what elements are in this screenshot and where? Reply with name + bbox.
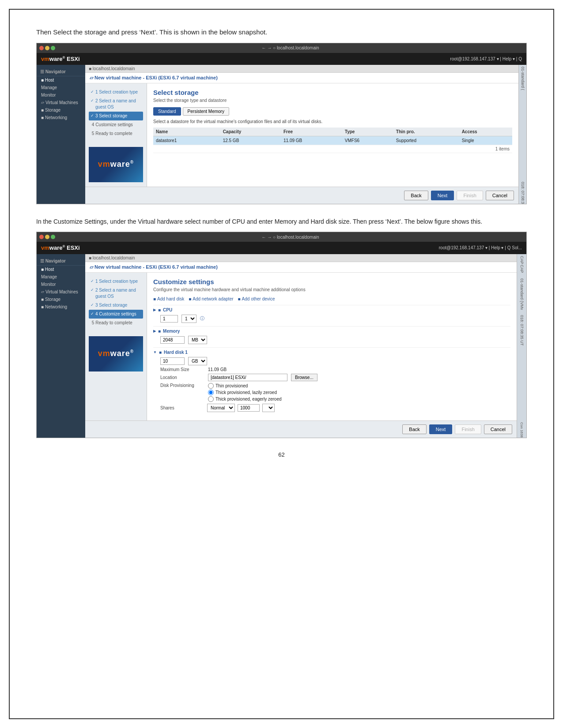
wizard-body: ✓ 1 Select creation type ✓ 2 Select a na… xyxy=(85,83,518,187)
back-button-2[interactable]: Back xyxy=(402,424,426,434)
sidebar-item-storage[interactable]: ■ Storage xyxy=(37,106,85,114)
next-button-1[interactable]: Next xyxy=(431,191,454,200)
close-btn-2[interactable] xyxy=(39,235,44,239)
cpu-select[interactable]: 1 2 4 xyxy=(181,315,196,323)
back-button-1[interactable]: Back xyxy=(404,191,428,200)
sidebar-item-networking-2[interactable]: ■ Networking xyxy=(37,303,85,311)
max-size-field: Maximum Size 11.09 GB xyxy=(153,366,510,373)
sidebar-item-host-2[interactable]: ■ Host xyxy=(37,266,85,273)
shares-select[interactable]: Normal Low High Custom xyxy=(207,404,235,412)
radio-thick-eager-input[interactable] xyxy=(208,396,214,402)
hdd-row-icon: ■ xyxy=(159,350,162,355)
browse-button[interactable]: Browse... xyxy=(291,374,317,381)
vm-icon: ▱ xyxy=(41,100,44,105)
right-sidebar-strip-1: 01-standard ( 018: 07:08:3 xyxy=(518,65,526,204)
vmware-brand-area: vmware® xyxy=(89,147,143,182)
hard-disk-row: ▼ ■ Hard disk 1 GB MB xyxy=(153,347,510,415)
cancel-button-1[interactable]: Cancel xyxy=(486,191,514,200)
vm-brand-vm-2: vm xyxy=(98,349,110,358)
shares-unit-select[interactable] xyxy=(262,404,275,412)
sidebar-item-manage-2[interactable]: Manage xyxy=(37,273,85,281)
memory-header[interactable]: ▶ ■ Memory xyxy=(153,329,510,334)
datastore-table: Name Capacity Free Type Thin pro. Access xyxy=(153,128,512,153)
screenshot-customize-settings: ← → ○ localhost.localdomain vmware® ESXi… xyxy=(36,232,527,438)
tab-persistent[interactable]: Persistent Memory xyxy=(183,107,229,116)
location-input[interactable] xyxy=(208,374,287,381)
panel-title: Select storage xyxy=(153,89,512,96)
window-controls xyxy=(39,46,55,50)
add-hard-disk-btn[interactable]: ■ Add hard disk xyxy=(153,296,184,301)
num-5: 5 xyxy=(91,131,94,137)
table-row[interactable]: datastore1 12.5 GB 11.09 GB VMFS6 Suppor… xyxy=(153,136,512,145)
vm-text-2: vm xyxy=(41,245,49,251)
add-network-adapter-btn[interactable]: ■ Add network adapter xyxy=(189,296,233,301)
step-2-label: 2 Select a name and guest OS xyxy=(95,98,141,110)
cpu-row: ▶ ■ CPU 1 2 4 ⓘ xyxy=(153,305,510,326)
memory-unit-select[interactable]: MB GB xyxy=(188,336,207,344)
num2-5: 5 xyxy=(91,320,94,326)
memory-value-input[interactable] xyxy=(160,336,185,344)
radio-thick-eager: Thick provisioned, eagerly zeroed xyxy=(208,396,282,402)
cancel-button-2[interactable]: Cancel xyxy=(484,424,512,434)
step-1-label: 1 Select creation type xyxy=(95,89,138,95)
sidebar-item-networking[interactable]: ■ Networking xyxy=(37,114,85,121)
wizard-steps: ✓ 1 Select creation type ✓ 2 Select a na… xyxy=(85,83,147,187)
maximize-btn[interactable] xyxy=(51,46,55,50)
sidebar-item-monitor[interactable]: Monitor xyxy=(37,91,85,99)
other-device-icon: ■ xyxy=(238,296,241,301)
hard-disk-header[interactable]: ▼ ■ Hard disk 1 xyxy=(153,350,510,355)
ds-access: Single xyxy=(459,136,512,145)
sidebar-item-host[interactable]: ■ Host xyxy=(37,76,85,84)
vmware-header-2: vmware® ESXi root@192.168.147.137 ▾ | He… xyxy=(37,242,526,254)
customize-toolbar: ■ Add hard disk ■ Add network adapter ■ … xyxy=(153,296,510,301)
disk-prov-label: Disk Provisioning xyxy=(160,383,204,388)
radio-thick-lazy: Thick provisioned, lazily zeroed xyxy=(208,390,282,395)
sidebar-item-storage-2[interactable]: ■ Storage xyxy=(37,296,85,303)
cpu-header[interactable]: ▶ ■ CPU xyxy=(153,308,510,312)
radio-thick-lazy-label: Thick provisioned, lazily zeroed xyxy=(215,390,277,395)
finish-button-1[interactable]: Finish xyxy=(457,191,483,200)
radio-thick-lazy-input[interactable] xyxy=(208,390,214,395)
finish-button-2[interactable]: Finish xyxy=(455,424,481,434)
esxi-sidebar: ☰ Navigator ■ Host Manage Monitor ▱ Virt… xyxy=(37,65,85,204)
vmware-logo: vmware® ESXi xyxy=(41,56,80,62)
right-sidebar-strip-2: CAP CAP 01-standard (VMv 018: 07:08:35 U… xyxy=(517,254,526,438)
datastore-note: Select a datastore for the virtual machi… xyxy=(153,119,512,124)
next-button-2[interactable]: Next xyxy=(429,424,453,434)
esxi-content-2: ■ localhost.localdomain ▱ New virtual ma… xyxy=(85,254,517,438)
panel-title-2: Customize settings xyxy=(153,278,510,285)
disk-size-input[interactable] xyxy=(160,357,185,365)
check-icon-3: ✓ xyxy=(91,113,94,119)
disk-size-unit[interactable]: GB MB xyxy=(188,357,207,365)
sidebar-item-manage[interactable]: Manage xyxy=(37,84,85,91)
step2-1: ✓ 1 Select creation type xyxy=(89,277,143,286)
step-2: ✓ 2 Select a name and guest OS xyxy=(89,97,143,112)
page-border: Then Select the storage and press ‘Next’… xyxy=(9,9,554,719)
browser-address-2: ← → ○ localhost.localdomain xyxy=(57,235,524,240)
cpu-value-input[interactable] xyxy=(160,315,178,323)
col-name: Name xyxy=(153,128,220,136)
breadcrumb-bar-2: ■ localhost.localdomain xyxy=(85,254,517,262)
radio-thin-input[interactable] xyxy=(208,383,214,389)
add-other-device-btn[interactable]: ■ Add other device xyxy=(238,296,275,301)
maximize-btn-2[interactable] xyxy=(51,235,55,239)
esxi-wrapper-2: ☰ Navigator ■ Host Manage Monitor ▱ Virt… xyxy=(37,254,526,438)
wizard-icon-2: ▱ xyxy=(90,264,93,270)
sidebar-item-vms-2[interactable]: ▱ Virtual Machines xyxy=(37,288,85,296)
wizard-body-2: ✓ 1 Select creation type ✓ 2 Select a na… xyxy=(85,273,517,420)
navigator-section-2: ☰ Navigator xyxy=(37,257,85,266)
shares-value-input[interactable] xyxy=(238,404,260,412)
minimize-btn[interactable] xyxy=(45,46,49,50)
sidebar-item-monitor-2[interactable]: Monitor xyxy=(37,281,85,288)
step2-3-label: 3 Select storage xyxy=(95,302,127,308)
hdd-icon: ■ xyxy=(153,296,156,301)
step-5: 5 Ready to complete xyxy=(89,129,143,138)
wizard-panel-storage: Select storage Select the storage type a… xyxy=(147,83,518,187)
tab-standard[interactable]: Standard xyxy=(153,107,181,116)
sidebar-item-vms[interactable]: ▱ Virtual Machines xyxy=(37,99,85,106)
minimize-btn-2[interactable] xyxy=(45,235,49,239)
tab-bar: Standard Persistent Memory xyxy=(153,107,512,116)
close-btn[interactable] xyxy=(39,46,44,50)
screenshot-select-storage: ← → ○ localhost.localdomain vmware® ESXi… xyxy=(36,43,527,204)
check2-icon-2: ✓ xyxy=(91,287,94,293)
